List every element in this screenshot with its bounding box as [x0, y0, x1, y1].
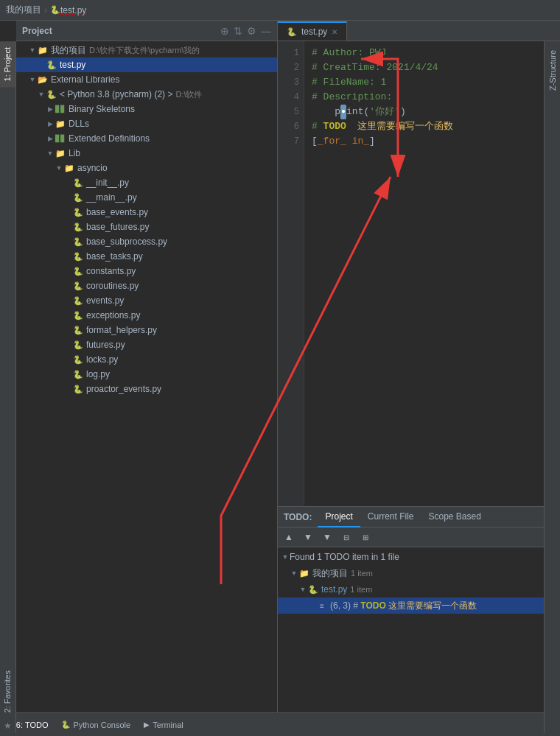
tree-item-dlls[interactable]: 📁 DLLs	[16, 116, 277, 131]
todo-group-btn[interactable]: ⊟	[338, 529, 354, 545]
tree-item-baseevents[interactable]: 🐍 base_events.py	[16, 205, 277, 220]
terminal-btn[interactable]: ▶ Terminal	[138, 716, 189, 734]
arrow-proactor	[63, 385, 72, 393]
bar-icon-binskeletons: ▊▊	[55, 103, 66, 115]
label-lib: Lib	[69, 148, 80, 158]
arrow-extdefs	[46, 134, 55, 143]
arrow-init	[63, 178, 72, 187]
tree-item-log[interactable]: 🐍 log.py	[16, 367, 277, 382]
project-tree: 📁 我的项目 D:\软件下载文件\pycharm\我的 🐍 test.py 📂 …	[16, 41, 277, 712]
label-python38: < Python 3.8 (pycharm) (2) >	[60, 89, 172, 99]
tree-item-main[interactable]: 🐍 __main__.py	[16, 190, 277, 205]
tree-item-python38[interactable]: 🐍 < Python 3.8 (pycharm) (2) > D:\软件	[16, 87, 277, 102]
arrow-coroutines	[63, 281, 72, 290]
tree-item-coroutines[interactable]: 🐍 coroutines.py	[16, 278, 277, 293]
todo-tab-scopebased[interactable]: Scope Based	[421, 507, 489, 528]
settings-icon[interactable]: ⚙	[247, 25, 256, 37]
code-editor[interactable]: 1 2 3 4 5 6 7 # Author: PWJ # CreatTime:…	[278, 41, 560, 506]
star-icon[interactable]: ★	[4, 721, 12, 731]
arrow-exceptions	[63, 311, 72, 320]
todo-expand-btn[interactable]: ⊞	[357, 529, 374, 545]
todo-project-row[interactable]: 📁 我的项目 1 item	[278, 565, 560, 581]
todo-tab-bar: TODO: Project Current File Scope Based	[278, 507, 560, 528]
tree-item-futures[interactable]: 🐍 futures.py	[16, 337, 277, 352]
arrow-myproject	[28, 46, 37, 55]
terminal-icon: ▶	[144, 721, 150, 729]
tree-item-myproject[interactable]: 📁 我的项目 D:\软件下载文件\pycharm\我的	[16, 43, 277, 57]
tab-close-button[interactable]: ✕	[332, 28, 337, 36]
code-content[interactable]: # Author: PWJ # CreatTime: 2021/4/24 # F…	[304, 41, 560, 506]
terminal-label: Terminal	[153, 721, 183, 729]
todo-content: Found 1 TODO item in 1 file 📁 我的项目 1 ite…	[278, 547, 560, 712]
label-extlibs: External Libraries	[51, 74, 119, 85]
locate-icon[interactable]: ⊕	[220, 25, 229, 37]
py-icon-constants: 🐍	[72, 265, 84, 277]
tree-item-extlibs[interactable]: 📂 External Libraries	[16, 72, 277, 87]
breadcrumb-project[interactable]: 我的项目	[6, 4, 41, 16]
tree-item-events[interactable]: 🐍 events.py	[16, 293, 277, 308]
code-line-4: # Description:	[312, 90, 560, 105]
arrow-todo-project	[290, 569, 298, 578]
todo-file-row[interactable]: 🐍 test.py 1 item	[278, 581, 560, 597]
todo-item-text: (6, 3) # TODO 这里需要编写一个函数	[330, 600, 477, 612]
label-log: log.py	[86, 369, 110, 379]
tree-item-exceptions[interactable]: 🐍 exceptions.py	[16, 308, 277, 323]
arrow-asyncio	[55, 164, 63, 172]
python-console-btn[interactable]: 🐍 Python Console	[55, 716, 136, 734]
todo-up-btn[interactable]: ▲	[281, 529, 297, 545]
tree-item-locks[interactable]: 🐍 locks.py	[16, 352, 277, 367]
panel-actions: ⊕ ⇅ ⚙ —	[220, 25, 271, 37]
todo-filter-btn[interactable]: ▼	[319, 529, 335, 545]
sidebar-item-project[interactable]: 1: Project	[0, 41, 15, 87]
label-basefutures: base_futures.py	[86, 222, 149, 232]
arrow-todo-file	[298, 585, 307, 594]
tree-item-extdefs[interactable]: ▊▊ Extended Definitions	[16, 131, 277, 146]
arrow-events	[63, 296, 72, 305]
tree-item-basetasks[interactable]: 🐍 base_tasks.py	[16, 249, 277, 264]
tree-item-asyncio[interactable]: 📁 asyncio	[16, 161, 277, 175]
label-main: __main__.py	[86, 192, 137, 203]
todo-summary-row[interactable]: Found 1 TODO item in 1 file	[278, 549, 560, 565]
todo-tab-project[interactable]: Project	[318, 507, 360, 528]
label-proactor: proactor_events.py	[86, 384, 161, 394]
label-basesubprocess: base_subprocess.py	[86, 236, 167, 247]
code-line-5: p●int('你好')	[312, 105, 560, 119]
arrow-log	[63, 370, 72, 379]
arrow-baseevents	[63, 208, 72, 217]
todo-item-row[interactable]: ≡ (6, 3) # TODO 这里需要编写一个函数	[278, 597, 560, 614]
folder-icon-asyncio: 📁	[63, 162, 75, 174]
todo-down-btn[interactable]: ▼	[300, 529, 316, 545]
arrow-lib	[46, 149, 55, 158]
arrow-basetasks	[63, 252, 72, 261]
code-line-2: # CreatTime: 2021/4/24	[312, 60, 560, 75]
z-structure-label[interactable]: Z-Structure	[545, 44, 560, 97]
z-structure-sidebar: Z-Structure	[544, 41, 560, 733]
tab-testpy[interactable]: 🐍 test.py ✕	[278, 21, 347, 41]
tree-item-constants[interactable]: 🐍 constants.py	[16, 264, 277, 278]
py-icon-basesubprocess: 🐍	[72, 236, 84, 248]
todo-tab-currentfile[interactable]: Current File	[360, 507, 421, 528]
tree-item-basefutures[interactable]: 🐍 base_futures.py	[16, 220, 277, 234]
todo-project-name: 我的项目	[312, 567, 348, 580]
py-icon-basetasks: 🐍	[72, 250, 84, 262]
label-init: __init__.py	[86, 178, 129, 188]
bar-icon-extdefs: ▊▊	[55, 133, 66, 144]
py-icon-testpy: 🐍	[46, 59, 57, 71]
folder-icon-extlibs: 📂	[37, 74, 49, 85]
sidebar-item-favorites[interactable]: 2: Favorites	[0, 665, 15, 718]
panel-header: Project ⊕ ⇅ ⚙ —	[16, 21, 277, 41]
collapse-icon[interactable]: ⇅	[234, 25, 242, 37]
tree-item-init[interactable]: 🐍 __init__.py	[16, 175, 277, 190]
tree-item-testpy[interactable]: 🐍 test.py	[16, 57, 277, 72]
label-extdefs: Extended Definitions	[69, 133, 150, 144]
breadcrumb-file[interactable]: test.py	[60, 5, 86, 15]
hide-icon[interactable]: —	[261, 25, 271, 37]
arrow-futures	[63, 340, 72, 349]
breadcrumb-bar: 我的项目 › 🐍 test.py	[0, 0, 560, 21]
tree-item-lib[interactable]: 📁 Lib	[16, 146, 277, 161]
tree-item-binskeletons[interactable]: ▊▊ Binary Skeletons	[16, 102, 277, 116]
tree-item-basesubprocess[interactable]: 🐍 base_subprocess.py	[16, 234, 277, 249]
tree-item-proactor[interactable]: 🐍 proactor_events.py	[16, 382, 277, 396]
tree-item-formathelpers[interactable]: 🐍 format_helpers.py	[16, 323, 277, 337]
label-testpy: test.py	[60, 60, 85, 70]
